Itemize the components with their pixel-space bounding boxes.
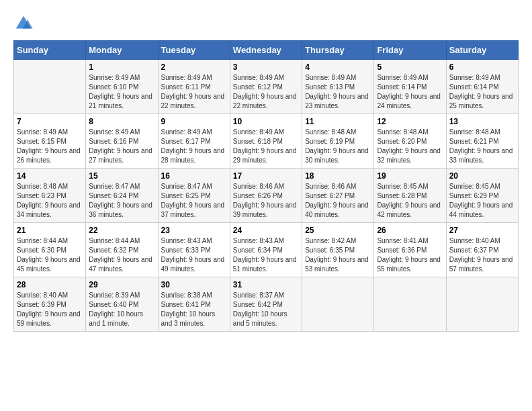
day-info: Sunrise: 8:49 AMSunset: 6:14 PMDaylight:… bbox=[449, 73, 515, 111]
calendar-cell: 24Sunrise: 8:43 AMSunset: 6:34 PMDayligh… bbox=[230, 223, 302, 277]
calendar-cell: 30Sunrise: 8:38 AMSunset: 6:41 PMDayligh… bbox=[158, 277, 230, 332]
calendar-cell: 23Sunrise: 8:43 AMSunset: 6:33 PMDayligh… bbox=[158, 223, 230, 277]
day-number: 24 bbox=[233, 226, 299, 235]
calendar-cell: 19Sunrise: 8:45 AMSunset: 6:28 PMDayligh… bbox=[374, 169, 446, 223]
calendar-cell: 7Sunrise: 8:49 AMSunset: 6:15 PMDaylight… bbox=[14, 114, 86, 169]
calendar-header-friday: Friday bbox=[374, 41, 446, 60]
day-info: Sunrise: 8:49 AMSunset: 6:17 PMDaylight:… bbox=[161, 128, 227, 165]
day-info: Sunrise: 8:49 AMSunset: 6:15 PMDaylight:… bbox=[17, 128, 83, 165]
calendar-cell: 14Sunrise: 8:48 AMSunset: 6:23 PMDayligh… bbox=[14, 169, 86, 223]
day-number: 10 bbox=[233, 117, 299, 126]
day-number: 8 bbox=[89, 117, 154, 126]
calendar-cell: 11Sunrise: 8:48 AMSunset: 6:19 PMDayligh… bbox=[302, 114, 374, 169]
calendar-cell bbox=[374, 277, 446, 332]
calendar-week-row: 1Sunrise: 8:49 AMSunset: 6:10 PMDaylight… bbox=[14, 60, 519, 114]
day-info: Sunrise: 8:49 AMSunset: 6:12 PMDaylight:… bbox=[233, 73, 299, 111]
calendar-week-row: 7Sunrise: 8:49 AMSunset: 6:15 PMDaylight… bbox=[14, 114, 519, 169]
calendar-cell: 10Sunrise: 8:49 AMSunset: 6:18 PMDayligh… bbox=[230, 114, 302, 169]
calendar-header-wednesday: Wednesday bbox=[230, 41, 302, 60]
day-number: 30 bbox=[161, 280, 227, 289]
calendar-header-row: SundayMondayTuesdayWednesdayThursdayFrid… bbox=[14, 41, 519, 60]
day-number: 14 bbox=[17, 171, 83, 181]
calendar-cell: 26Sunrise: 8:41 AMSunset: 6:36 PMDayligh… bbox=[374, 223, 446, 277]
calendar-cell: 25Sunrise: 8:42 AMSunset: 6:35 PMDayligh… bbox=[302, 223, 374, 277]
day-info: Sunrise: 8:44 AMSunset: 6:32 PMDaylight:… bbox=[89, 236, 154, 274]
day-number: 26 bbox=[377, 226, 443, 235]
day-info: Sunrise: 8:49 AMSunset: 6:16 PMDaylight:… bbox=[89, 128, 154, 165]
calendar-cell: 4Sunrise: 8:49 AMSunset: 6:13 PMDaylight… bbox=[302, 60, 374, 114]
day-info: Sunrise: 8:49 AMSunset: 6:13 PMDaylight:… bbox=[305, 73, 371, 111]
day-number: 23 bbox=[161, 226, 227, 235]
day-info: Sunrise: 8:44 AMSunset: 6:30 PMDaylight:… bbox=[17, 236, 83, 274]
day-info: Sunrise: 8:43 AMSunset: 6:33 PMDaylight:… bbox=[161, 236, 227, 274]
calendar-header-monday: Monday bbox=[86, 41, 158, 60]
calendar-cell: 9Sunrise: 8:49 AMSunset: 6:17 PMDaylight… bbox=[158, 114, 230, 169]
day-number: 9 bbox=[161, 117, 227, 126]
day-number: 17 bbox=[233, 171, 299, 181]
day-info: Sunrise: 8:41 AMSunset: 6:36 PMDaylight:… bbox=[377, 236, 443, 274]
calendar-cell: 17Sunrise: 8:46 AMSunset: 6:26 PMDayligh… bbox=[230, 169, 302, 223]
calendar-cell bbox=[14, 60, 86, 114]
day-number: 12 bbox=[377, 117, 443, 126]
day-number: 6 bbox=[449, 62, 515, 72]
day-info: Sunrise: 8:37 AMSunset: 6:42 PMDaylight:… bbox=[233, 291, 299, 328]
calendar-cell: 15Sunrise: 8:47 AMSunset: 6:24 PMDayligh… bbox=[86, 169, 158, 223]
calendar-cell: 1Sunrise: 8:49 AMSunset: 6:10 PMDaylight… bbox=[86, 60, 158, 114]
day-number: 2 bbox=[161, 62, 227, 72]
day-number: 25 bbox=[305, 226, 371, 235]
day-info: Sunrise: 8:48 AMSunset: 6:21 PMDaylight:… bbox=[449, 128, 515, 165]
calendar-cell: 22Sunrise: 8:44 AMSunset: 6:32 PMDayligh… bbox=[86, 223, 158, 277]
day-info: Sunrise: 8:40 AMSunset: 6:39 PMDaylight:… bbox=[17, 291, 83, 328]
day-number: 27 bbox=[449, 226, 515, 235]
day-number: 3 bbox=[233, 62, 299, 72]
day-number: 16 bbox=[161, 171, 227, 181]
day-info: Sunrise: 8:48 AMSunset: 6:20 PMDaylight:… bbox=[377, 128, 443, 165]
day-info: Sunrise: 8:49 AMSunset: 6:11 PMDaylight:… bbox=[161, 73, 227, 111]
calendar-cell: 8Sunrise: 8:49 AMSunset: 6:16 PMDaylight… bbox=[86, 114, 158, 169]
day-info: Sunrise: 8:45 AMSunset: 6:29 PMDaylight:… bbox=[449, 182, 515, 220]
day-info: Sunrise: 8:47 AMSunset: 6:25 PMDaylight:… bbox=[161, 182, 227, 220]
calendar-header-tuesday: Tuesday bbox=[158, 41, 230, 60]
day-number: 7 bbox=[17, 117, 83, 126]
day-info: Sunrise: 8:38 AMSunset: 6:41 PMDaylight:… bbox=[161, 291, 227, 328]
day-number: 13 bbox=[449, 117, 515, 126]
logo bbox=[13, 13, 36, 34]
day-number: 21 bbox=[17, 226, 83, 235]
day-info: Sunrise: 8:48 AMSunset: 6:19 PMDaylight:… bbox=[305, 128, 371, 165]
day-number: 31 bbox=[233, 280, 299, 289]
day-number: 22 bbox=[89, 226, 154, 235]
calendar-cell: 6Sunrise: 8:49 AMSunset: 6:14 PMDaylight… bbox=[446, 60, 518, 114]
calendar-header-saturday: Saturday bbox=[446, 41, 518, 60]
day-info: Sunrise: 8:42 AMSunset: 6:35 PMDaylight:… bbox=[305, 236, 371, 274]
day-info: Sunrise: 8:47 AMSunset: 6:24 PMDaylight:… bbox=[89, 182, 154, 220]
day-number: 20 bbox=[449, 171, 515, 181]
calendar-cell: 29Sunrise: 8:39 AMSunset: 6:40 PMDayligh… bbox=[86, 277, 158, 332]
day-number: 15 bbox=[89, 171, 154, 181]
day-number: 19 bbox=[377, 171, 443, 181]
calendar-cell: 21Sunrise: 8:44 AMSunset: 6:30 PMDayligh… bbox=[14, 223, 86, 277]
day-info: Sunrise: 8:46 AMSunset: 6:27 PMDaylight:… bbox=[305, 182, 371, 220]
day-info: Sunrise: 8:45 AMSunset: 6:28 PMDaylight:… bbox=[377, 182, 443, 220]
calendar-cell: 13Sunrise: 8:48 AMSunset: 6:21 PMDayligh… bbox=[446, 114, 518, 169]
day-number: 28 bbox=[17, 280, 83, 289]
calendar-cell: 31Sunrise: 8:37 AMSunset: 6:42 PMDayligh… bbox=[230, 277, 302, 332]
calendar-week-row: 21Sunrise: 8:44 AMSunset: 6:30 PMDayligh… bbox=[14, 223, 519, 277]
day-number: 4 bbox=[305, 62, 371, 72]
calendar: SundayMondayTuesdayWednesdayThursdayFrid… bbox=[13, 40, 519, 332]
calendar-cell: 3Sunrise: 8:49 AMSunset: 6:12 PMDaylight… bbox=[230, 60, 302, 114]
day-number: 1 bbox=[89, 62, 154, 72]
calendar-week-row: 14Sunrise: 8:48 AMSunset: 6:23 PMDayligh… bbox=[14, 169, 519, 223]
day-number: 5 bbox=[377, 62, 443, 72]
calendar-cell: 5Sunrise: 8:49 AMSunset: 6:14 PMDaylight… bbox=[374, 60, 446, 114]
day-info: Sunrise: 8:40 AMSunset: 6:37 PMDaylight:… bbox=[449, 236, 515, 274]
calendar-cell: 27Sunrise: 8:40 AMSunset: 6:37 PMDayligh… bbox=[446, 223, 518, 277]
day-number: 18 bbox=[305, 171, 371, 181]
calendar-cell: 20Sunrise: 8:45 AMSunset: 6:29 PMDayligh… bbox=[446, 169, 518, 223]
day-number: 29 bbox=[89, 280, 154, 289]
calendar-cell: 2Sunrise: 8:49 AMSunset: 6:11 PMDaylight… bbox=[158, 60, 230, 114]
calendar-cell: 18Sunrise: 8:46 AMSunset: 6:27 PMDayligh… bbox=[302, 169, 374, 223]
calendar-cell: 28Sunrise: 8:40 AMSunset: 6:39 PMDayligh… bbox=[14, 277, 86, 332]
day-info: Sunrise: 8:46 AMSunset: 6:26 PMDaylight:… bbox=[233, 182, 299, 220]
day-info: Sunrise: 8:49 AMSunset: 6:18 PMDaylight:… bbox=[233, 128, 299, 165]
day-info: Sunrise: 8:49 AMSunset: 6:10 PMDaylight:… bbox=[89, 73, 154, 111]
